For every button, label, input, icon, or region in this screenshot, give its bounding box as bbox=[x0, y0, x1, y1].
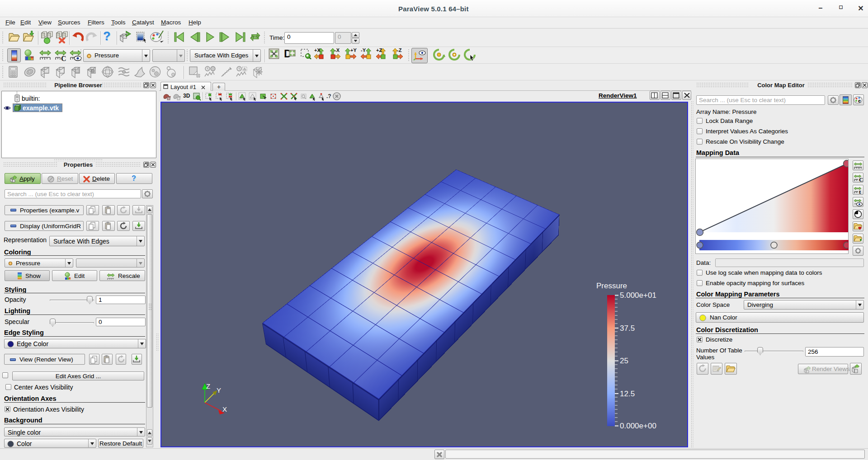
svg-text:0.000e+00: 0.000e+00 bbox=[620, 422, 656, 430]
svg-text:e: e bbox=[858, 98, 861, 103]
svg-text:t: t bbox=[859, 188, 861, 194]
svg-text:+Y: +Y bbox=[350, 47, 357, 53]
svg-text:-Z: -Z bbox=[397, 47, 402, 53]
svg-text:12.5: 12.5 bbox=[620, 390, 635, 398]
svg-text:-X: -X bbox=[335, 47, 340, 53]
svg-text:C: C bbox=[61, 55, 66, 61]
svg-text:-Y: -Y bbox=[361, 47, 366, 53]
svg-text:25: 25 bbox=[620, 357, 628, 365]
svg-text:+Z: +Z bbox=[376, 47, 382, 53]
svg-text:+X: +X bbox=[314, 47, 321, 53]
svg-text:5.000e+01: 5.000e+01 bbox=[620, 291, 656, 300]
svg-text:C: C bbox=[859, 176, 863, 182]
svg-text:37.5: 37.5 bbox=[620, 324, 635, 333]
svg-text:Z: Z bbox=[206, 382, 210, 390]
svg-text:Pressure: Pressure bbox=[596, 282, 627, 290]
svg-text:Y: Y bbox=[217, 386, 221, 394]
svg-text:X: X bbox=[222, 405, 227, 413]
